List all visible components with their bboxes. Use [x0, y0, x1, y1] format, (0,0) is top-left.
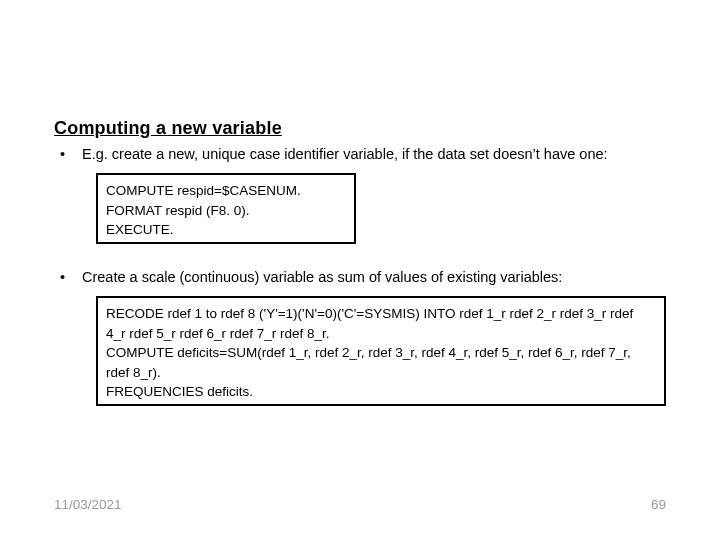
bullet-item-2: • Create a scale (continuous) variable a… [54, 268, 666, 286]
slide-title: Computing a new variable [54, 118, 666, 139]
code-line: RECODE rdef 1 to rdef 8 ('Y'=1)('N'=0)('… [106, 304, 656, 343]
footer-page-number: 69 [651, 497, 666, 512]
code-line: COMPUTE respid=$CASENUM. [106, 181, 346, 201]
code-line: FREQUENCIES deficits. [106, 382, 656, 402]
footer-date: 11/03/2021 [54, 497, 122, 512]
bullet-dot-icon: • [54, 268, 82, 286]
code-block-1: COMPUTE respid=$CASENUM. FORMAT respid (… [96, 173, 356, 244]
code-block-2: RECODE rdef 1 to rdef 8 ('Y'=1)('N'=0)('… [96, 296, 666, 406]
code-line: COMPUTE deficits=SUM(rdef 1_r, rdef 2_r,… [106, 343, 656, 382]
slide-footer: 11/03/2021 69 [54, 497, 666, 512]
bullet-text-2: Create a scale (continuous) variable as … [82, 268, 562, 286]
bullet-item-1: • E.g. create a new, unique case identif… [54, 145, 666, 163]
bullet-text-1: E.g. create a new, unique case identifie… [82, 145, 608, 163]
slide: Computing a new variable • E.g. create a… [0, 0, 720, 540]
code-line: FORMAT respid (F8. 0). [106, 201, 346, 221]
code-line: EXECUTE. [106, 220, 346, 240]
bullet-dot-icon: • [54, 145, 82, 163]
